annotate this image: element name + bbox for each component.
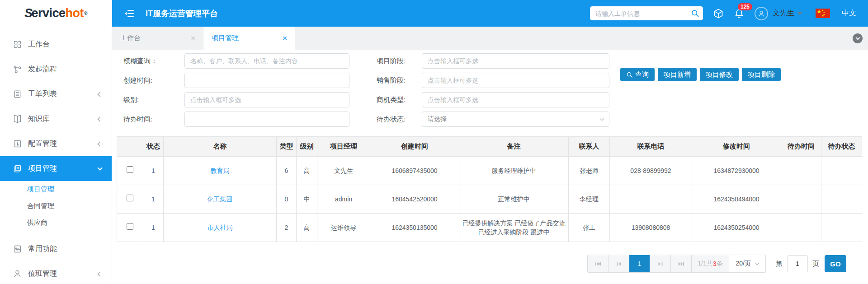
todo-time-input[interactable] [184, 112, 349, 127]
column-header: 创建时间 [370, 137, 459, 157]
query-button[interactable]: 查询 [620, 68, 655, 81]
column-header: 备注 [459, 137, 569, 157]
chevron-down-icon [755, 261, 759, 265]
table-cell-phone [610, 185, 692, 214]
row-checkbox[interactable] [127, 223, 133, 230]
registered-mark: ® [84, 11, 87, 16]
worklist-icon [13, 89, 22, 99]
flow-icon [13, 65, 22, 74]
language-switcher[interactable]: 中文 [842, 9, 856, 18]
table-cell-todo_status [821, 157, 862, 185]
go-button[interactable]: GO [825, 255, 846, 272]
config-icon [13, 139, 22, 149]
sidebar-item-start-flow[interactable]: 发起流程 [0, 57, 112, 82]
sidebar-item-workbench[interactable]: 工作台 [0, 32, 112, 57]
table-cell-todo_time [781, 185, 821, 214]
project-name-link[interactable]: 教育局 [164, 157, 277, 185]
close-icon[interactable]: ✕ [282, 35, 288, 42]
row-checkbox[interactable] [127, 195, 133, 201]
page-count-info: 1/1共3条 [692, 255, 729, 272]
action-buttons: 查询 项目新增 项目修改 项目删除 [620, 68, 784, 81]
table-header-row: 状态名称类型级别项目经理创建时间备注联系人联系电话修改时间待办时间待办状态 [117, 137, 862, 157]
table-cell-created: 1624350135000 [370, 214, 459, 242]
sidebar: Servicehot® 工作台 发起流程 工单列表 知识库 [0, 0, 112, 284]
page-number-1[interactable]: 1 [629, 255, 650, 272]
fuzzy-search-input[interactable] [184, 53, 349, 69]
project-add-button[interactable]: 项目新增 [658, 68, 697, 81]
search-icon [626, 71, 633, 78]
table-cell-level: 高 [297, 157, 317, 185]
sidebar-item-common-functions[interactable]: 常用功能 [0, 237, 112, 261]
project-name-link[interactable]: 化工集团 [164, 185, 277, 214]
table-cell-remark: 正常维护中 [459, 185, 569, 214]
sidebar-item-label: 配置管理 [28, 139, 57, 149]
project-delete-button[interactable]: 项目删除 [742, 68, 781, 81]
last-page-button[interactable] [671, 255, 692, 272]
sidebar-item-config[interactable]: 配置管理 [0, 131, 112, 156]
main-area: IT服务运营管理平台 125 文先生 ★ ★ [112, 0, 868, 284]
project-name-link[interactable]: 市人社局 [164, 214, 277, 242]
sales-stage-label: 销售阶段: [377, 76, 422, 85]
menu-fold-icon[interactable] [124, 8, 135, 19]
table-cell-type: 6 [277, 157, 297, 185]
table-cell-phone: 028-89899992 [610, 157, 692, 185]
sidebar-item-label: 值班管理 [28, 269, 57, 279]
first-page-icon [595, 261, 601, 267]
table-cell-status: 1 [143, 185, 164, 214]
search-icon[interactable] [691, 9, 699, 18]
tab-project-mgmt[interactable]: 项目管理 ✕ [203, 27, 295, 50]
todo-status-label: 待办状态: [377, 115, 422, 124]
column-header: 项目经理 [317, 137, 370, 157]
search-input[interactable] [595, 10, 691, 17]
user-avatar[interactable] [755, 7, 768, 20]
table-cell-status: 1 [143, 157, 164, 185]
page-size-select[interactable]: 20/页 [729, 255, 765, 272]
sidebar-item-duty-mgmt[interactable]: 值班管理 [0, 261, 112, 284]
column-header: 待办状态 [821, 137, 862, 157]
user-menu[interactable]: 文先生 [773, 9, 802, 18]
sidebar-subitem-contract-mgmt[interactable]: 合同管理 [0, 198, 112, 214]
chevron-down-icon [855, 35, 860, 40]
sidebar-subitem-supplier[interactable]: 供应商 [0, 214, 112, 231]
sidebar-item-projects[interactable]: 项目管理 [0, 156, 112, 181]
notification-bell-icon[interactable]: 125 [734, 8, 745, 19]
table-cell-remark: 已经提供解决方案 已经做了产品交流 已经进入采购阶段 跟进中 [459, 214, 569, 242]
package-icon[interactable] [713, 8, 724, 19]
first-page-button[interactable] [588, 255, 609, 272]
fuzzy-search-label: 模糊查询： [123, 57, 184, 65]
projects-table: 状态名称类型级别项目经理创建时间备注联系人联系电话修改时间待办时间待办状态 1教… [117, 136, 862, 242]
next-page-button[interactable] [650, 255, 671, 272]
column-header: 状态 [143, 137, 164, 157]
create-time-input[interactable] [184, 73, 349, 88]
top-header-bar: IT服务运营管理平台 125 文先生 ★ ★ [112, 0, 868, 27]
caret-down-icon [797, 12, 802, 15]
todo-status-select[interactable]: 请选择 [422, 112, 609, 127]
tab-bar: 工作台 ✕ 项目管理 ✕ [112, 27, 868, 50]
opportunity-type-label: 商机类型: [377, 96, 422, 104]
tab-workbench[interactable]: 工作台 ✕ [112, 27, 203, 50]
sidebar-item-knowledge[interactable]: 知识库 [0, 107, 112, 131]
tab-list-toggle[interactable] [853, 33, 863, 43]
sidebar-subitem-project-mgmt[interactable]: 项目管理 [0, 181, 112, 198]
jump-page-input[interactable] [787, 255, 808, 272]
table-row: 1市人社局2高运维领导1624350135000已经提供解决方案 已经做了产品交… [117, 214, 862, 242]
project-edit-button[interactable]: 项目修改 [700, 68, 739, 81]
sales-stage-input[interactable] [422, 73, 609, 88]
chevron-down-icon [600, 116, 604, 121]
table-cell-type: 0 [277, 185, 297, 214]
sidebar-item-label: 项目管理 [28, 164, 57, 173]
table-row: 1教育局6高文先生1606897435000服务经理维护中张老师028-8989… [117, 157, 862, 185]
project-icon [13, 164, 22, 173]
monitor-icon [13, 244, 22, 254]
chevron-left-icon [97, 141, 102, 146]
notification-badge: 125 [738, 3, 752, 10]
close-icon[interactable]: ✕ [190, 35, 196, 42]
level-multiselect-input[interactable] [184, 92, 349, 107]
project-stage-label: 项目阶段: [377, 57, 422, 65]
row-checkbox[interactable] [127, 166, 133, 173]
project-stage-input[interactable] [422, 53, 609, 69]
table-cell-manager: 运维领导 [317, 214, 370, 242]
opportunity-type-input[interactable] [422, 92, 609, 107]
sidebar-item-worklist[interactable]: 工单列表 [0, 82, 112, 107]
prev-page-button[interactable] [609, 255, 629, 272]
